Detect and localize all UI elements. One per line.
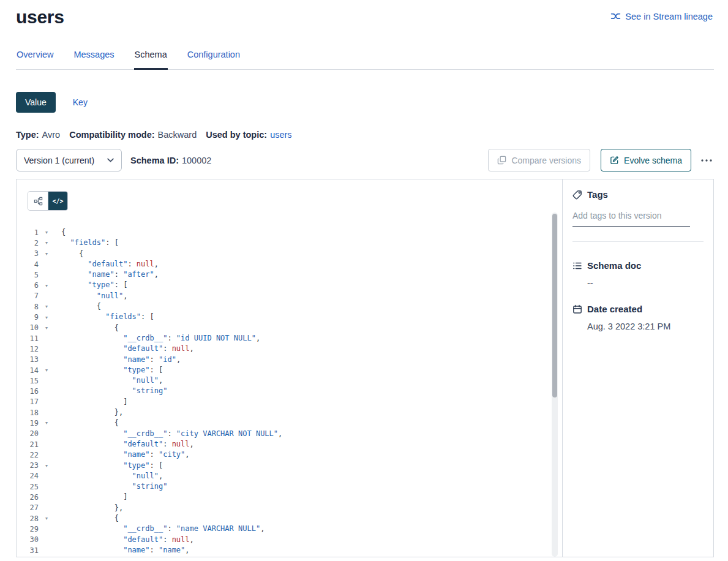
code-line: 24 "null", — [17, 471, 562, 481]
tab-schema[interactable]: Schema — [134, 50, 168, 70]
line-number: 1 — [17, 228, 39, 237]
code-text: { — [50, 227, 66, 238]
line-number: 3 — [17, 249, 39, 258]
code-line: 17 ] — [17, 397, 562, 407]
code-lines[interactable]: 1▾{2▾ "fields": [3▾ {4 "default": null,5… — [17, 227, 562, 557]
line-number: 25 — [17, 483, 39, 491]
version-select-value: Version 1 (current) — [24, 156, 94, 165]
code-line: 1▾{ — [17, 227, 562, 238]
code-line: 6▾ "type": [ — [17, 280, 562, 290]
edit-schema-icon — [610, 156, 619, 165]
line-number: 22 — [17, 451, 39, 459]
compare-versions-button[interactable]: Compare versions — [488, 149, 590, 171]
compatibility-label: Compatibility mode: — [69, 130, 154, 140]
fold-toggle[interactable]: ▾ — [43, 325, 50, 331]
stream-lineage-link[interactable]: See in Stream lineage — [610, 11, 713, 21]
code-line: 25 "string" — [17, 481, 562, 492]
tab-configuration[interactable]: Configuration — [187, 50, 241, 69]
code-line: 27 }, — [17, 503, 562, 513]
version-bar: Version 1 (current) Schema ID: 100002 Co… — [16, 149, 714, 171]
line-number: 23 — [17, 461, 39, 470]
code-line: 21 "default": null, — [17, 439, 562, 450]
code-text: "type": [ — [50, 365, 163, 375]
topic-link[interactable]: users — [270, 130, 291, 140]
editor-scrollbar[interactable] — [552, 213, 558, 557]
code-icon: </> — [52, 198, 63, 205]
add-tags-input[interactable] — [572, 209, 690, 227]
date-created-section-title: Date created — [572, 304, 704, 314]
code-text: { — [50, 301, 101, 312]
code-text: "__crdb__": "id UUID NOT NULL", — [50, 333, 260, 344]
value-toggle-button[interactable]: Value — [16, 92, 56, 113]
schema-doc-value: -- — [587, 278, 704, 288]
code-line: 18 }, — [17, 407, 562, 418]
version-select[interactable]: Version 1 (current) — [16, 149, 122, 171]
fold-toggle[interactable]: ▾ — [43, 315, 50, 320]
code-text: }, — [50, 407, 123, 418]
fold-toggle[interactable]: ▾ — [43, 240, 50, 246]
code-text: ] — [50, 492, 127, 502]
ellipsis-icon — [700, 159, 713, 162]
code-line: 2▾ "fields": [ — [17, 238, 562, 248]
calendar-icon — [572, 304, 582, 314]
code-line: 19▾ { — [17, 418, 562, 428]
code-text: "__crdb__": "city VARCHAR NOT NULL", — [50, 429, 282, 439]
tag-icon — [572, 190, 582, 200]
stream-lineage-label: See in Stream lineage — [625, 12, 713, 21]
line-number: 13 — [17, 355, 39, 364]
code-text: "name": "id", — [50, 355, 181, 365]
fold-toggle[interactable]: ▾ — [43, 251, 50, 257]
tab-overview[interactable]: Overview — [16, 50, 54, 69]
code-line: 15 "null", — [17, 375, 562, 386]
code-line: 20 "__crdb__": "city VARCHAR NOT NULL", — [17, 429, 562, 439]
tags-title: Tags — [587, 189, 608, 200]
fold-toggle[interactable]: ▾ — [43, 283, 50, 288]
line-number: 24 — [17, 472, 39, 480]
scrollbar-thumb[interactable] — [552, 214, 557, 397]
code-text: { — [50, 513, 119, 524]
code-line: 29 "__crdb__": "name VARCHAR NULL", — [17, 524, 562, 534]
code-line: 22 "name": "city", — [17, 450, 562, 460]
code-line: 13 "name": "id", — [17, 355, 562, 365]
fold-toggle[interactable]: ▾ — [43, 516, 50, 521]
fold-toggle[interactable]: ▾ — [43, 420, 50, 426]
code-text: "default": null, — [50, 439, 194, 450]
code-line: 28▾ { — [17, 513, 562, 524]
type-label: Type: — [16, 130, 39, 140]
line-number: 16 — [17, 387, 39, 396]
line-number: 26 — [17, 493, 39, 502]
evolve-schema-button[interactable]: Evolve schema — [601, 149, 691, 171]
line-number: 17 — [17, 397, 39, 406]
schema-sidebar: Tags Schema doc -- — [562, 179, 713, 557]
code-line: 10▾ { — [17, 323, 562, 333]
fold-toggle[interactable]: ▾ — [43, 367, 50, 373]
code-text: "default": null, — [50, 344, 194, 354]
code-line: 16 "string" — [17, 386, 562, 396]
code-text: "default": null, — [50, 259, 159, 269]
tree-view-icon — [34, 197, 43, 206]
code-text: "type": [ — [50, 555, 163, 557]
code-text: "type": [ — [50, 280, 127, 290]
fold-toggle[interactable]: ▾ — [43, 304, 50, 309]
code-line: 7 "null", — [17, 291, 562, 301]
line-number: 4 — [17, 260, 39, 269]
code-text: { — [50, 418, 119, 428]
code-line: 32▾ "type": [ — [17, 555, 562, 557]
key-toggle-link[interactable]: Key — [73, 97, 88, 107]
code-view-button[interactable]: </> — [48, 192, 67, 210]
date-created-title: Date created — [587, 304, 642, 314]
fold-toggle[interactable]: ▾ — [43, 463, 50, 469]
fold-toggle[interactable]: ▾ — [43, 230, 50, 235]
overflow-menu-button[interactable] — [699, 156, 714, 165]
code-line: 31 "name": "name", — [17, 545, 562, 555]
code-line: 11 "__crdb__": "id UUID NOT NULL", — [17, 333, 562, 344]
line-number: 19 — [17, 419, 39, 427]
line-number: 11 — [17, 334, 39, 343]
line-number: 28 — [17, 514, 39, 523]
code-text: }, — [50, 503, 123, 513]
tab-messages[interactable]: Messages — [73, 50, 114, 69]
line-number: 6 — [17, 281, 39, 290]
type-value: Avro — [42, 130, 61, 140]
tree-view-button[interactable] — [28, 192, 48, 210]
line-number: 20 — [17, 429, 39, 438]
